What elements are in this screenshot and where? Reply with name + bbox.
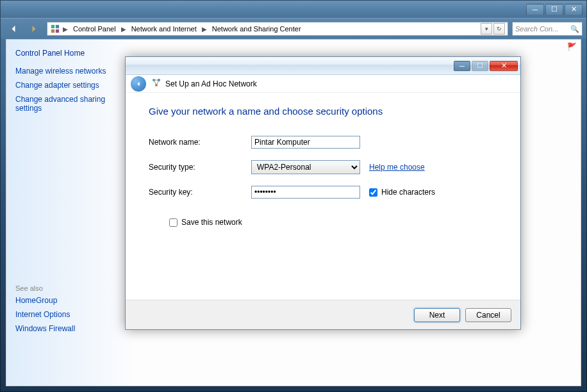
svg-rect-0 bbox=[51, 25, 54, 28]
see-also-label: See also bbox=[15, 284, 126, 292]
network-name-label: Network name: bbox=[149, 138, 251, 147]
hide-characters-checkbox[interactable] bbox=[369, 188, 377, 197]
svg-line-9 bbox=[156, 80, 159, 85]
back-button[interactable] bbox=[4, 20, 22, 38]
svg-rect-2 bbox=[51, 29, 54, 33]
save-network-checkbox[interactable] bbox=[169, 218, 178, 227]
chevron-right-icon: ▶ bbox=[202, 26, 207, 33]
control-panel-icon bbox=[50, 24, 60, 34]
dialog-header: Set Up an Ad Hoc Network bbox=[126, 75, 520, 93]
security-type-label: Security type: bbox=[149, 163, 251, 172]
sidebar-link[interactable]: Manage wireless networks bbox=[15, 67, 126, 76]
sidebar: Control Panel Home Manage wireless netwo… bbox=[6, 40, 135, 386]
network-icon bbox=[151, 78, 161, 90]
svg-rect-3 bbox=[56, 29, 59, 33]
network-name-input[interactable] bbox=[251, 136, 360, 149]
navigation-bar: ▶ Control Panel ▶ Network and Internet ▶… bbox=[1, 19, 586, 39]
search-placeholder: Search Con... bbox=[515, 25, 558, 33]
cancel-button[interactable]: Cancel bbox=[465, 308, 511, 322]
security-type-select[interactable]: WPA2-Personal bbox=[251, 160, 360, 174]
dialog-maximize-button[interactable]: ☐ bbox=[472, 61, 488, 71]
dialog-footer: Next Cancel bbox=[126, 300, 520, 329]
breadcrumb[interactable]: ▶ Control Panel ▶ Network and Internet ▶… bbox=[47, 22, 508, 36]
svg-line-8 bbox=[154, 80, 156, 85]
sidebar-link[interactable]: Internet Options bbox=[15, 310, 126, 319]
next-button[interactable]: Next bbox=[414, 308, 460, 322]
security-key-label: Security key: bbox=[149, 188, 251, 197]
close-button[interactable]: ✕ bbox=[565, 4, 583, 15]
help-me-choose-link[interactable]: Help me choose bbox=[369, 163, 425, 172]
search-icon: 🔍 bbox=[570, 25, 579, 33]
dialog-close-button[interactable]: ✕ bbox=[490, 61, 518, 71]
maximize-button[interactable]: ☐ bbox=[545, 4, 563, 15]
outer-titlebar: ─ ☐ ✕ bbox=[1, 1, 586, 19]
breadcrumb-item[interactable]: Control Panel bbox=[70, 25, 119, 33]
dialog-title: Set Up an Ad Hoc Network bbox=[151, 78, 257, 90]
dialog-heading: Give your network a name and choose secu… bbox=[149, 106, 497, 117]
security-flag-icon: 🚩 bbox=[567, 42, 577, 51]
chevron-right-icon: ▶ bbox=[63, 26, 68, 33]
security-key-input[interactable] bbox=[251, 186, 360, 199]
breadcrumb-item[interactable]: Network and Internet bbox=[129, 25, 199, 33]
breadcrumb-dropdown-button[interactable]: ▾ bbox=[481, 23, 492, 35]
save-network-label: Save this network bbox=[181, 218, 242, 227]
dialog-body: Give your network a name and choose secu… bbox=[126, 93, 520, 234]
refresh-button[interactable]: ↻ bbox=[493, 23, 505, 35]
dialog-titlebar: ─ ☐ ✕ bbox=[126, 57, 520, 75]
sidebar-link[interactable]: Change advanced sharing settings bbox=[15, 95, 126, 113]
sidebar-home-link[interactable]: Control Panel Home bbox=[15, 49, 126, 58]
sidebar-link[interactable]: Change adapter settings bbox=[15, 81, 126, 90]
adhoc-wizard-dialog: ─ ☐ ✕ Set Up an Ad Hoc Network Give your… bbox=[125, 56, 521, 330]
sidebar-link[interactable]: HomeGroup bbox=[15, 296, 126, 305]
hide-characters-label: Hide characters bbox=[381, 188, 435, 197]
sidebar-link[interactable]: Windows Firewall bbox=[15, 324, 126, 333]
dialog-minimize-button[interactable]: ─ bbox=[454, 61, 470, 71]
breadcrumb-item[interactable]: Network and Sharing Center bbox=[210, 25, 304, 33]
svg-rect-1 bbox=[56, 25, 59, 28]
search-input[interactable]: Search Con... 🔍 bbox=[512, 22, 583, 36]
minimize-button[interactable]: ─ bbox=[526, 4, 544, 15]
chevron-right-icon: ▶ bbox=[121, 26, 126, 33]
dialog-title-text: Set Up an Ad Hoc Network bbox=[165, 79, 257, 88]
forward-button[interactable] bbox=[25, 20, 43, 38]
dialog-back-button[interactable] bbox=[131, 76, 146, 92]
